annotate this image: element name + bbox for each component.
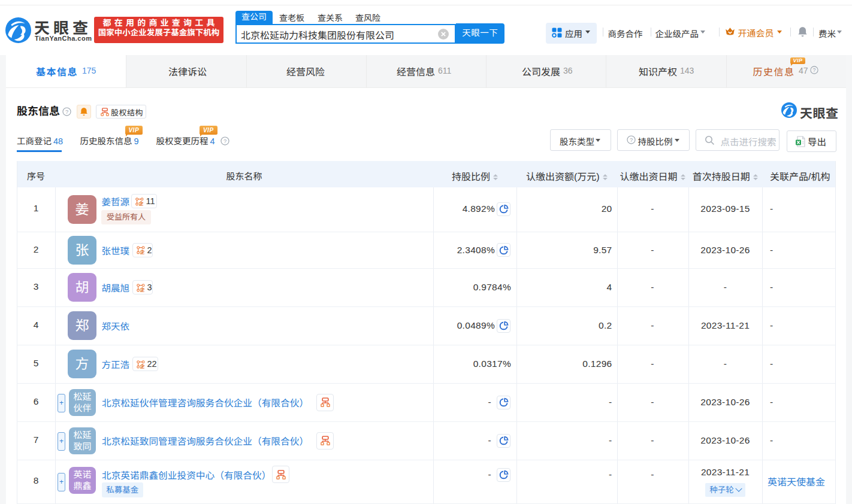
svg-text:企: 企 [140, 286, 145, 292]
svg-text:?: ? [65, 108, 68, 114]
svg-text:?: ? [629, 137, 632, 143]
svg-text:?: ? [223, 138, 226, 144]
svg-text:企: 企 [140, 248, 145, 254]
svg-text:企: 企 [140, 362, 145, 369]
svg-text:?: ? [813, 67, 816, 73]
svg-text:企: 企 [138, 199, 144, 206]
